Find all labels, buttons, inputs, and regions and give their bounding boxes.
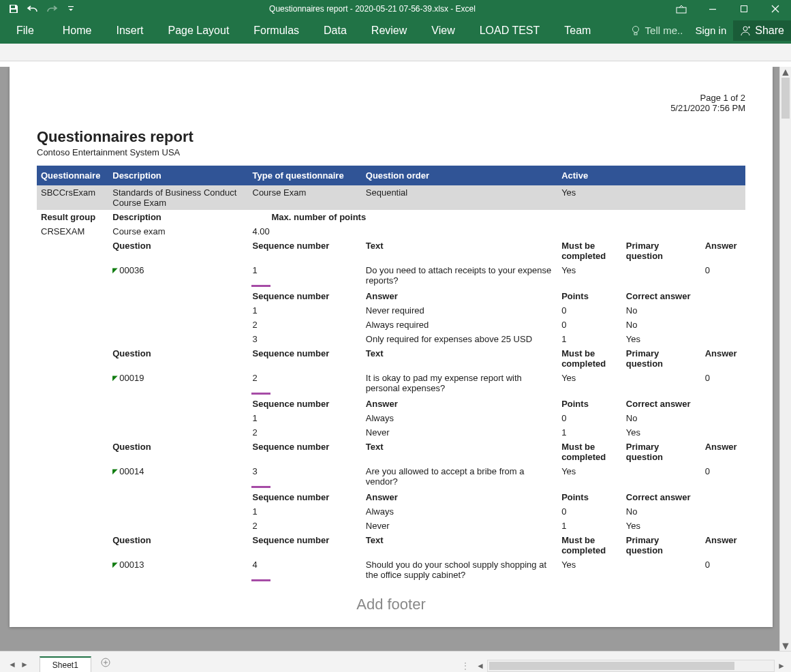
- cell-result-desc: Course exam: [108, 224, 248, 239]
- answer-seq: 1: [249, 411, 362, 425]
- sheet-nav[interactable]: ◄ ►: [0, 657, 37, 672]
- question-primary: [622, 558, 701, 583]
- tab-insert[interactable]: Insert: [104, 17, 155, 44]
- hscroll-thumb[interactable]: [489, 662, 734, 670]
- vertical-scrollbar[interactable]: ▲ ▼: [779, 67, 791, 652]
- question-primary: [622, 263, 701, 289]
- report-title: Questionnaires report: [37, 128, 745, 146]
- ribbon-body: [0, 44, 791, 61]
- qat-customize-icon[interactable]: [63, 1, 79, 16]
- lbl-points: Points: [557, 397, 622, 411]
- result-group-row: CRSEXAM Course exam 4.00: [37, 224, 745, 239]
- question-code: ◤00014: [108, 464, 248, 490]
- svg-rect-4: [709, 9, 716, 10]
- maximize-icon[interactable]: [728, 0, 760, 17]
- tab-view[interactable]: View: [419, 17, 467, 44]
- smart-tag-icon: ◤: [112, 561, 118, 568]
- lbl-maxpoints: Max. number of points: [249, 210, 558, 224]
- hdr-active: Active: [557, 166, 745, 185]
- horizontal-scrollbar[interactable]: ⋮ ◄ ►: [110, 660, 791, 672]
- hscroll-track[interactable]: [487, 660, 775, 672]
- question-must: Yes: [557, 558, 622, 583]
- share-label: Share: [755, 25, 784, 37]
- lbl-primary: Primary question: [622, 346, 701, 371]
- answer-correct: No: [622, 318, 745, 332]
- hdr-questionnaire: Questionnaire: [37, 166, 108, 185]
- scroll-left-icon[interactable]: ◄: [475, 661, 486, 671]
- answer-text: Always: [362, 504, 557, 519]
- tab-load-test[interactable]: LOAD TEST: [467, 17, 553, 44]
- answer-text: Never: [362, 425, 557, 440]
- quick-access-toolbar: [0, 1, 79, 16]
- lbl-question: Question: [108, 440, 248, 464]
- lbl-primary: Primary question: [622, 533, 701, 558]
- smart-tag-icon: ◤: [112, 468, 118, 475]
- scroll-right-icon[interactable]: ►: [776, 661, 787, 671]
- lbl-text: Text: [362, 346, 557, 371]
- answer-points: 1: [557, 519, 622, 533]
- page-meta: Page 1 of 2 5/21/2020 7:56 PM: [670, 93, 745, 113]
- smart-tag-icon: ◤: [112, 374, 118, 382]
- answers-header-row: Sequence numberAnswerPointsCorrect answe…: [37, 490, 745, 504]
- sheet-tab-active[interactable]: Sheet1: [40, 656, 91, 672]
- minimize-icon[interactable]: [697, 0, 728, 17]
- answer-text: Only required for expenses above 25 USD: [362, 332, 557, 346]
- ribbon-options-icon[interactable]: [666, 0, 697, 17]
- question-header-row: QuestionSequence numberTextMust be compl…: [37, 239, 745, 263]
- question-header-row: QuestionSequence numberTextMust be compl…: [37, 346, 745, 371]
- share-button[interactable]: Share: [733, 20, 791, 41]
- scroll-up-icon[interactable]: ▲: [780, 67, 791, 78]
- lbl-must: Must be completed: [557, 239, 622, 263]
- file-tab[interactable]: File: [0, 17, 50, 44]
- page-count: Page 1 of 2: [670, 93, 745, 103]
- save-icon[interactable]: [5, 1, 22, 16]
- svg-rect-0: [11, 5, 15, 8]
- next-sheet-icon[interactable]: ►: [20, 660, 29, 669]
- tab-data[interactable]: Data: [311, 17, 359, 44]
- lbl-must: Must be completed: [557, 440, 622, 464]
- scroll-down-icon[interactable]: ▼: [780, 641, 791, 652]
- question-text: Are you allowed to accept a bribe from a…: [362, 464, 557, 490]
- close-icon[interactable]: [760, 0, 791, 17]
- lbl-answer: Answer: [701, 346, 745, 371]
- redo-icon[interactable]: [44, 1, 60, 16]
- scroll-thumb[interactable]: [781, 78, 790, 119]
- answer-seq: 2: [249, 318, 362, 332]
- prev-sheet-icon[interactable]: ◄: [8, 660, 16, 669]
- answer-correct: No: [622, 411, 745, 425]
- scroll-track[interactable]: [780, 78, 791, 641]
- lbl-text: Text: [362, 440, 557, 464]
- answer-text: Always: [362, 411, 557, 425]
- lbl-primary: Primary question: [622, 239, 701, 263]
- tab-team[interactable]: Team: [552, 17, 603, 44]
- tab-formulas[interactable]: Formulas: [241, 17, 311, 44]
- sign-in[interactable]: Sign in: [688, 25, 733, 36]
- add-footer[interactable]: Add footer: [37, 596, 745, 613]
- tell-me[interactable]: Tell me..: [625, 25, 689, 36]
- new-sheet-button[interactable]: [101, 658, 110, 672]
- lightbulb-icon: [630, 25, 641, 36]
- lbl-question: Question: [108, 239, 248, 263]
- question-must: Yes: [557, 371, 622, 397]
- svg-rect-5: [741, 5, 747, 12]
- answers-header-row: Sequence numberAnswerPointsCorrect answe…: [37, 289, 745, 303]
- tab-home[interactable]: Home: [50, 17, 104, 44]
- question-seq: 1: [249, 263, 362, 289]
- lbl-points: Points: [557, 490, 622, 504]
- undo-icon[interactable]: [25, 1, 41, 16]
- svg-point-8: [743, 27, 747, 31]
- ribbon: File Home Insert Page Layout Formulas Da…: [0, 17, 791, 44]
- cell-code: SBCCrsExam: [37, 185, 108, 210]
- answer-row: 1Never required0No: [37, 303, 745, 318]
- svg-rect-7: [634, 33, 637, 35]
- question-code: ◤00036: [108, 263, 248, 289]
- split-handle-icon[interactable]: ⋮: [461, 661, 469, 671]
- tab-page-layout[interactable]: Page Layout: [155, 17, 241, 44]
- answer-points: 1: [557, 332, 622, 346]
- answers-header-row: Sequence numberAnswerPointsCorrect answe…: [37, 397, 745, 411]
- tab-review[interactable]: Review: [359, 17, 419, 44]
- cell-type: Course Exam: [249, 185, 362, 210]
- print-page: Page 1 of 2 5/21/2020 7:56 PM Questionna…: [10, 67, 773, 627]
- question-row: ◤000134Should you do your school supply …: [37, 558, 745, 583]
- question-seq: 4: [249, 558, 362, 583]
